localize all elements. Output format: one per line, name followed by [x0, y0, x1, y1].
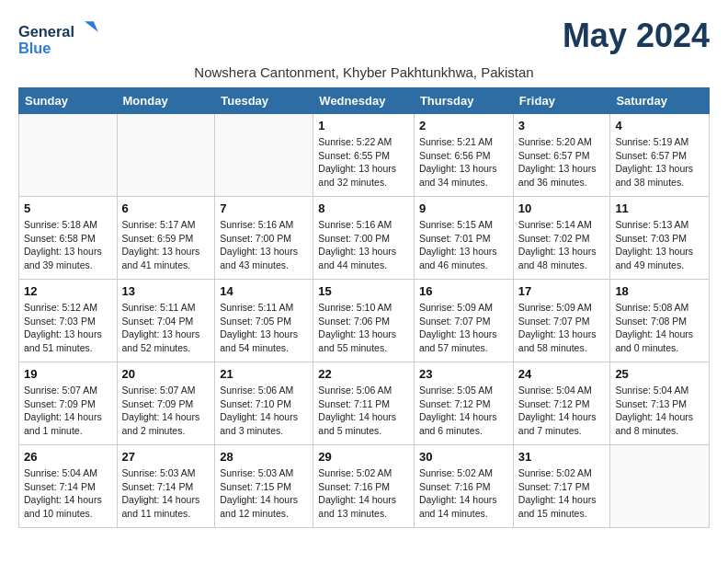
day-info: Sunrise: 5:03 AMSunset: 7:14 PMDaylight:… — [122, 466, 210, 521]
calendar-cell — [215, 114, 313, 197]
day-info: Sunrise: 5:13 AMSunset: 7:03 PMDaylight:… — [615, 218, 704, 272]
day-info: Sunrise: 5:06 AMSunset: 7:11 PMDaylight:… — [318, 384, 409, 438]
day-number: 8 — [318, 201, 409, 215]
header-thursday: Thursday — [414, 88, 513, 114]
calendar-cell: 7Sunrise: 5:16 AMSunset: 7:00 PMDaylight… — [215, 197, 313, 280]
day-info: Sunrise: 5:18 AMSunset: 6:58 PMDaylight:… — [24, 218, 112, 272]
calendar-week-3: 12Sunrise: 5:12 AMSunset: 7:03 PMDayligh… — [19, 280, 710, 362]
calendar-cell: 17Sunrise: 5:09 AMSunset: 7:07 PMDayligh… — [513, 280, 610, 362]
day-info: Sunrise: 5:02 AMSunset: 7:16 PMDaylight:… — [419, 466, 508, 521]
logo-svg: General Blue — [18, 17, 101, 61]
day-number: 19 — [24, 367, 112, 381]
day-number: 28 — [220, 450, 308, 464]
day-info: Sunrise: 5:17 AMSunset: 6:59 PMDaylight:… — [122, 218, 210, 272]
calendar-cell — [610, 445, 710, 528]
day-number: 1 — [318, 119, 409, 132]
calendar-cell: 3Sunrise: 5:20 AMSunset: 6:57 PMDaylight… — [513, 114, 610, 197]
calendar-week-5: 26Sunrise: 5:04 AMSunset: 7:14 PMDayligh… — [19, 445, 710, 528]
day-info: Sunrise: 5:05 AMSunset: 7:12 PMDaylight:… — [419, 384, 508, 438]
day-info: Sunrise: 5:12 AMSunset: 7:03 PMDaylight:… — [24, 301, 112, 355]
calendar-week-1: 1Sunrise: 5:22 AMSunset: 6:55 PMDaylight… — [19, 114, 710, 197]
header-wednesday: Wednesday — [313, 88, 415, 114]
calendar-cell: 1Sunrise: 5:22 AMSunset: 6:55 PMDaylight… — [313, 114, 415, 197]
header-top: General Blue May 2024 — [18, 17, 710, 61]
day-number: 9 — [419, 201, 508, 215]
day-number: 11 — [615, 201, 704, 215]
day-number: 27 — [122, 450, 210, 464]
day-info: Sunrise: 5:19 AMSunset: 6:57 PMDaylight:… — [615, 135, 704, 190]
calendar-cell: 2Sunrise: 5:21 AMSunset: 6:56 PMDaylight… — [414, 114, 513, 197]
day-number: 29 — [318, 450, 409, 464]
day-info: Sunrise: 5:20 AMSunset: 6:57 PMDaylight:… — [518, 135, 606, 190]
calendar-header-row: Sunday Monday Tuesday Wednesday Thursday… — [19, 88, 710, 114]
day-info: Sunrise: 5:10 AMSunset: 7:06 PMDaylight:… — [318, 301, 409, 355]
calendar-cell: 18Sunrise: 5:08 AMSunset: 7:08 PMDayligh… — [610, 280, 710, 362]
day-info: Sunrise: 5:11 AMSunset: 7:04 PMDaylight:… — [122, 301, 210, 355]
day-number: 20 — [122, 367, 210, 381]
day-number: 5 — [24, 201, 112, 215]
day-info: Sunrise: 5:02 AMSunset: 7:17 PMDaylight:… — [518, 466, 606, 521]
day-info: Sunrise: 5:09 AMSunset: 7:07 PMDaylight:… — [419, 301, 508, 355]
day-number: 25 — [615, 367, 704, 381]
day-info: Sunrise: 5:09 AMSunset: 7:07 PMDaylight:… — [518, 301, 606, 355]
calendar-cell — [19, 114, 118, 197]
day-info: Sunrise: 5:16 AMSunset: 7:00 PMDaylight:… — [220, 218, 308, 272]
calendar-week-2: 5Sunrise: 5:18 AMSunset: 6:58 PMDaylight… — [19, 197, 710, 280]
calendar-cell: 5Sunrise: 5:18 AMSunset: 6:58 PMDaylight… — [19, 197, 118, 280]
day-info: Sunrise: 5:04 AMSunset: 7:13 PMDaylight:… — [615, 384, 704, 438]
calendar-cell: 27Sunrise: 5:03 AMSunset: 7:14 PMDayligh… — [117, 445, 215, 528]
day-info: Sunrise: 5:14 AMSunset: 7:02 PMDaylight:… — [518, 218, 606, 272]
day-info: Sunrise: 5:02 AMSunset: 7:16 PMDaylight:… — [318, 466, 409, 521]
calendar-cell: 13Sunrise: 5:11 AMSunset: 7:04 PMDayligh… — [117, 280, 215, 362]
day-number: 21 — [220, 367, 308, 381]
day-info: Sunrise: 5:21 AMSunset: 6:56 PMDaylight:… — [419, 135, 508, 190]
calendar-cell: 19Sunrise: 5:07 AMSunset: 7:09 PMDayligh… — [19, 362, 118, 445]
day-info: Sunrise: 5:04 AMSunset: 7:14 PMDaylight:… — [24, 466, 112, 521]
day-info: Sunrise: 5:11 AMSunset: 7:05 PMDaylight:… — [220, 301, 308, 355]
header-monday: Monday — [117, 88, 215, 114]
calendar-cell: 20Sunrise: 5:07 AMSunset: 7:09 PMDayligh… — [117, 362, 215, 445]
calendar-cell: 15Sunrise: 5:10 AMSunset: 7:06 PMDayligh… — [313, 280, 415, 362]
day-number: 14 — [220, 284, 308, 298]
day-info: Sunrise: 5:22 AMSunset: 6:55 PMDaylight:… — [318, 135, 409, 190]
day-number: 2 — [419, 119, 508, 132]
calendar-cell: 24Sunrise: 5:04 AMSunset: 7:12 PMDayligh… — [513, 362, 610, 445]
calendar-cell: 12Sunrise: 5:12 AMSunset: 7:03 PMDayligh… — [19, 280, 118, 362]
day-info: Sunrise: 5:16 AMSunset: 7:00 PMDaylight:… — [318, 218, 409, 272]
calendar-cell: 30Sunrise: 5:02 AMSunset: 7:16 PMDayligh… — [414, 445, 513, 528]
day-info: Sunrise: 5:03 AMSunset: 7:15 PMDaylight:… — [220, 466, 308, 521]
day-number: 24 — [518, 367, 606, 381]
calendar-cell: 4Sunrise: 5:19 AMSunset: 6:57 PMDaylight… — [610, 114, 710, 197]
day-number: 16 — [419, 284, 508, 298]
day-number: 22 — [318, 367, 409, 381]
svg-marker-1 — [85, 21, 98, 31]
calendar-cell: 9Sunrise: 5:15 AMSunset: 7:01 PMDaylight… — [414, 197, 513, 280]
day-number: 15 — [318, 284, 409, 298]
day-number: 7 — [220, 201, 308, 215]
day-number: 4 — [615, 119, 704, 132]
day-number: 31 — [518, 450, 606, 464]
calendar-cell: 31Sunrise: 5:02 AMSunset: 7:17 PMDayligh… — [513, 445, 610, 528]
day-info: Sunrise: 5:06 AMSunset: 7:10 PMDaylight:… — [220, 384, 308, 438]
day-info: Sunrise: 5:04 AMSunset: 7:12 PMDaylight:… — [518, 384, 606, 438]
day-number: 13 — [122, 284, 210, 298]
day-number: 6 — [122, 201, 210, 215]
calendar-cell — [117, 114, 215, 197]
day-number: 17 — [518, 284, 606, 298]
day-info: Sunrise: 5:08 AMSunset: 7:08 PMDaylight:… — [615, 301, 704, 355]
calendar-cell: 16Sunrise: 5:09 AMSunset: 7:07 PMDayligh… — [414, 280, 513, 362]
svg-text:Blue: Blue — [18, 40, 51, 56]
day-number: 30 — [419, 450, 508, 464]
calendar-cell: 28Sunrise: 5:03 AMSunset: 7:15 PMDayligh… — [215, 445, 313, 528]
month-title: May 2024 — [563, 17, 710, 55]
day-number: 23 — [419, 367, 508, 381]
page: General Blue May 2024 Nowshera Cantonmen… — [0, 0, 728, 545]
calendar-week-4: 19Sunrise: 5:07 AMSunset: 7:09 PMDayligh… — [19, 362, 710, 445]
day-number: 18 — [615, 284, 704, 298]
calendar-cell: 29Sunrise: 5:02 AMSunset: 7:16 PMDayligh… — [313, 445, 415, 528]
day-info: Sunrise: 5:15 AMSunset: 7:01 PMDaylight:… — [419, 218, 508, 272]
logo: General Blue — [18, 17, 101, 61]
header-saturday: Saturday — [610, 88, 710, 114]
calendar-table: Sunday Monday Tuesday Wednesday Thursday… — [18, 87, 710, 528]
day-info: Sunrise: 5:07 AMSunset: 7:09 PMDaylight:… — [24, 384, 112, 438]
